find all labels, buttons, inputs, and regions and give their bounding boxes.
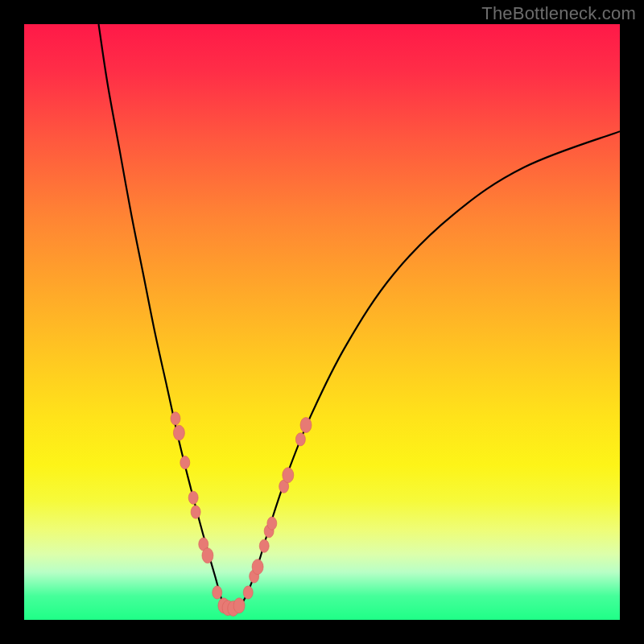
data-marker [180, 456, 190, 469]
data-marker [252, 559, 263, 575]
data-marker [295, 433, 305, 446]
data-marker [191, 506, 200, 518]
data-marker [233, 598, 245, 613]
data-marker [283, 468, 294, 483]
watermark-text: TheBottleneck.com [481, 3, 636, 24]
data-marker [171, 412, 180, 425]
data-marker [267, 517, 277, 530]
data-marker [259, 539, 269, 552]
chart-svg [24, 24, 620, 620]
chart-frame: TheBottleneck.com [0, 0, 644, 644]
plot-area [24, 24, 620, 620]
data-marker [300, 418, 312, 433]
bottleneck-curve [99, 24, 621, 614]
marker-layer [171, 412, 312, 617]
data-marker [188, 491, 198, 504]
data-marker [173, 425, 184, 440]
data-marker [202, 548, 213, 564]
data-marker [213, 586, 222, 599]
data-marker [243, 586, 253, 599]
